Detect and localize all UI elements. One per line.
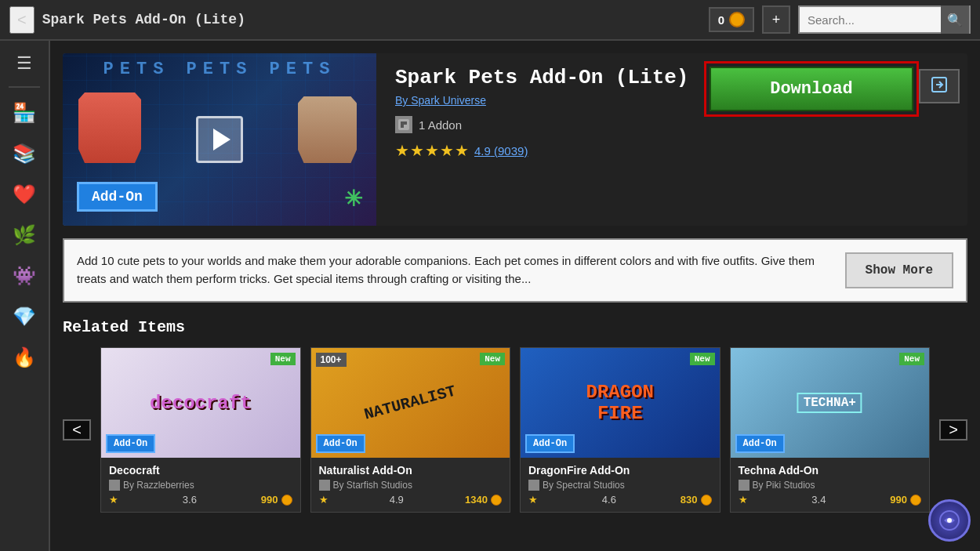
mobs-icon: 👾 xyxy=(13,265,36,287)
techna-footer: ★ 3.4 990 xyxy=(739,494,922,506)
naturalist-price: 1340 xyxy=(465,494,502,506)
techna-stars: ★ xyxy=(739,494,748,506)
addon-count: 1 Addon xyxy=(395,116,961,133)
techna-addon-badge: Add-On xyxy=(735,434,785,453)
show-more-button[interactable]: Show More xyxy=(845,252,953,288)
sidebar-menu-icon[interactable]: ☰ xyxy=(12,49,37,78)
star-icons: ★★★★★ xyxy=(395,141,470,160)
dragonfire-author: By Spectral Studios xyxy=(528,480,712,491)
hero-section: PETS PETS PETS Add-On ✳ Spark Pets Add-O… xyxy=(63,53,967,226)
related-items-section: Related Items < decocraft New Add-On Dec… xyxy=(63,318,967,513)
store-icon: 🏪 xyxy=(13,102,36,124)
naturalist-thumb: 100+ NATURALIST New Add-On xyxy=(311,348,510,458)
share-button[interactable] xyxy=(919,69,960,103)
addon-count-icon xyxy=(395,116,412,133)
techna-info: Techna Add-On By Piki Studios ★ 3.4 990 xyxy=(731,458,930,512)
svg-rect-1 xyxy=(401,121,404,125)
search-input[interactable] xyxy=(800,13,941,27)
dragonfire-coin-icon xyxy=(701,495,712,506)
techna-thumb: TECHNA+ New Add-On xyxy=(731,348,930,458)
coin-amount: 0 xyxy=(718,13,724,27)
add-coins-button[interactable]: + xyxy=(762,5,790,34)
related-prev-button[interactable]: < xyxy=(63,419,91,440)
share-icon xyxy=(930,75,949,98)
decorative-asterisk: ✳ xyxy=(344,186,362,212)
description-text: Add 10 cute pets to your worlds and make… xyxy=(77,252,833,288)
decocraft-coin-icon xyxy=(281,495,292,506)
decocraft-info: Decocraft By Razzleberries ★ 3.6 990 xyxy=(101,458,300,512)
download-area: Download xyxy=(704,61,960,117)
heart-icon: ❤️ xyxy=(13,183,36,205)
related-next-button[interactable]: > xyxy=(939,419,967,440)
hero-image: PETS PETS PETS Add-On ✳ xyxy=(63,53,376,226)
sidebar-item-crafting[interactable]: 🌿 xyxy=(7,218,42,252)
sidebar-item-library[interactable]: 📚 xyxy=(7,136,42,171)
download-button[interactable]: Download xyxy=(710,67,913,111)
crafting-icon: 🌿 xyxy=(13,224,36,246)
naturalist-info: Naturalist Add-On By Starfish Studios ★ … xyxy=(311,458,510,512)
back-button[interactable]: < xyxy=(9,6,34,34)
sidebar-item-fire[interactable]: 🔥 xyxy=(7,340,42,375)
naturalist-author-icon xyxy=(319,480,330,491)
naturalist-footer: ★ 4.9 1340 xyxy=(319,494,503,506)
sidebar-item-gems[interactable]: 💎 xyxy=(7,299,42,334)
techna-coin-icon xyxy=(910,495,921,506)
naturalist-stars: ★ xyxy=(319,494,328,506)
sidebar: ☰ 🏪 📚 ❤️ 🌿 👾 💎 🔥 xyxy=(0,41,50,551)
library-icon: 📚 xyxy=(13,143,36,165)
related-items-container: decocraft New Add-On Decocraft By Razzle… xyxy=(100,347,930,513)
decocraft-thumb: decocraft New Add-On xyxy=(101,348,300,458)
related-item-dragonfire[interactable]: DRAGONFIRE New Add-On DragonFire Add-On … xyxy=(520,347,720,513)
svg-rect-2 xyxy=(404,121,407,125)
dragonfire-info: DragonFire Add-On By Spectral Studios ★ … xyxy=(521,458,720,512)
bottom-decoration xyxy=(928,499,971,542)
hero-info: Spark Pets Add-On (Lite) By Spark Univer… xyxy=(389,53,967,226)
related-items-row: < decocraft New Add-On Decocraft xyxy=(63,347,967,513)
dragonfire-new-badge: New xyxy=(690,353,715,365)
fire-icon: 🔥 xyxy=(13,346,36,368)
related-item-techna[interactable]: TECHNA+ New Add-On Techna Add-On By Piki… xyxy=(730,347,931,513)
related-item-naturalist[interactable]: 100+ NATURALIST New Add-On Naturalist Ad… xyxy=(310,347,511,513)
techna-name: Techna Add-On xyxy=(739,464,922,477)
page-title: Spark Pets Add-On (Lite) xyxy=(42,12,701,27)
dragonfire-thumb: DRAGONFIRE New Add-On xyxy=(521,348,720,458)
naturalist-name: Naturalist Add-On xyxy=(319,464,503,477)
main-layout: ☰ 🏪 📚 ❤️ 🌿 👾 💎 🔥 PETS PETS PETS xyxy=(0,41,980,551)
related-item-decocraft[interactable]: decocraft New Add-On Decocraft By Razzle… xyxy=(100,347,301,513)
techna-author-icon xyxy=(739,480,750,491)
dragonfire-stars: ★ xyxy=(528,494,538,506)
decocraft-price: 990 xyxy=(261,494,292,506)
dragonfire-logo: DRAGONFIRE xyxy=(586,382,654,424)
decocraft-addon-badge: Add-On xyxy=(106,434,155,453)
coin-display: 0 xyxy=(709,7,754,32)
coin-icon xyxy=(729,12,745,27)
techna-price: 990 xyxy=(890,494,921,506)
naturalist-count-badge: 100+ xyxy=(316,353,347,367)
sidebar-item-favorites[interactable]: ❤️ xyxy=(7,177,42,212)
top-bar: < Spark Pets Add-On (Lite) 0 + 🔍 xyxy=(0,0,980,41)
sidebar-item-store[interactable]: 🏪 xyxy=(7,96,42,130)
svg-point-6 xyxy=(947,518,952,523)
techna-author: By Piki Studios xyxy=(739,480,922,491)
decocraft-name: Decocraft xyxy=(109,464,292,477)
related-title: Related Items xyxy=(63,318,967,336)
play-video-button[interactable] xyxy=(196,116,243,163)
decocraft-author: By Razzleberries xyxy=(109,480,292,491)
rating-link[interactable]: 4.9 (9039) xyxy=(474,144,528,158)
decocraft-stars: ★ xyxy=(109,494,118,506)
hero-rating: ★★★★★ 4.9 (9039) xyxy=(395,141,961,160)
naturalist-logo: NATURALIST xyxy=(362,382,458,423)
decocraft-logo: decocraft xyxy=(150,393,252,414)
search-button[interactable]: 🔍 xyxy=(941,5,969,34)
search-bar: 🔍 xyxy=(798,5,971,34)
pet-right-figure xyxy=(298,96,357,163)
download-btn-wrapper: Download xyxy=(704,61,919,117)
naturalist-coin-icon xyxy=(491,495,502,506)
naturalist-author: By Starfish Studios xyxy=(319,480,503,491)
naturalist-new-badge: New xyxy=(480,353,505,365)
sidebar-divider xyxy=(9,86,40,88)
pet-left-figure xyxy=(78,92,141,163)
sidebar-item-mobs[interactable]: 👾 xyxy=(7,259,42,293)
decocraft-footer: ★ 3.6 990 xyxy=(109,494,292,506)
techna-logo: TECHNA+ xyxy=(797,393,862,413)
